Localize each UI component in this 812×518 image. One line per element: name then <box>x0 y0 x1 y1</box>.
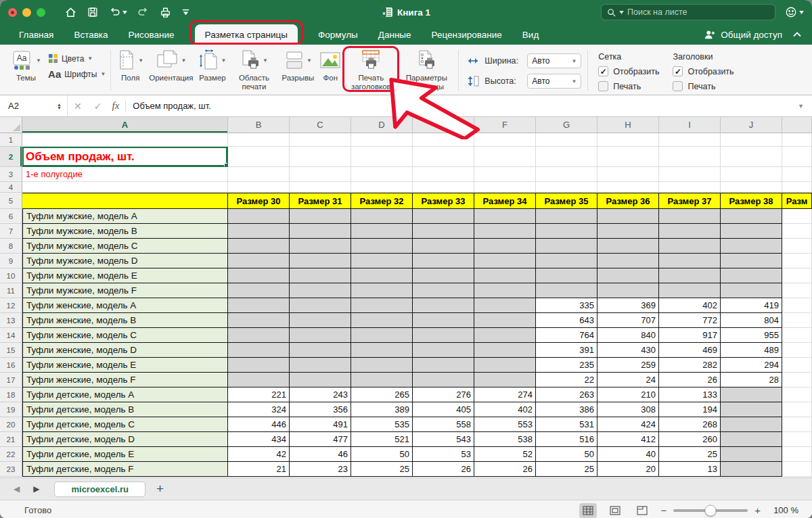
size-header-cell[interactable]: Размер 36 <box>597 193 659 209</box>
data-cell[interactable]: 434 <box>228 432 290 447</box>
data-cell[interactable]: 402 <box>474 402 536 417</box>
column-header-partial[interactable] <box>782 117 812 133</box>
size-header-cell[interactable]: Размер 34 <box>474 193 536 209</box>
data-cell[interactable] <box>413 239 474 254</box>
data-cell[interactable] <box>474 313 536 328</box>
data-cell[interactable]: 28 <box>721 373 782 387</box>
data-cell[interactable] <box>290 283 351 298</box>
data-cell[interactable] <box>290 373 351 387</box>
data-cell[interactable] <box>351 313 413 328</box>
data-cell[interactable] <box>536 268 597 283</box>
cell-J1[interactable] <box>721 133 782 147</box>
size-header-cell[interactable]: Размер 38 <box>721 193 782 209</box>
gridlines-view-checkbox[interactable]: ✓ Отобразить <box>598 66 659 76</box>
data-cell[interactable] <box>597 209 659 224</box>
data-cell[interactable] <box>228 298 290 313</box>
data-cell[interactable]: 25 <box>351 462 413 477</box>
name-box[interactable]: A2 ▲▼ <box>0 95 68 116</box>
cell-J3[interactable] <box>721 167 782 182</box>
data-cell[interactable] <box>536 283 597 298</box>
zoom-out-icon[interactable]: − <box>660 504 667 516</box>
cell-partial-2[interactable] <box>782 147 812 167</box>
cell-A2[interactable]: Объем продаж, шт. <box>22 147 228 167</box>
cell-partial-21[interactable] <box>782 432 812 447</box>
data-cell[interactable]: 235 <box>536 358 597 373</box>
data-cell[interactable]: 389 <box>351 402 413 417</box>
share-button[interactable]: Общий доступ <box>704 24 782 45</box>
data-cell[interactable]: 268 <box>659 417 721 432</box>
background-button[interactable]: Фон <box>319 48 341 83</box>
print-area-button[interactable]: ▼ Область печати <box>231 48 276 91</box>
data-cell[interactable]: 917 <box>659 328 721 343</box>
data-cell[interactable]: 804 <box>721 313 782 328</box>
data-cell[interactable]: 424 <box>597 417 659 432</box>
cell-partial-12[interactable] <box>782 298 812 313</box>
data-cell[interactable]: 21 <box>228 462 290 477</box>
data-cell[interactable] <box>721 209 782 224</box>
cell-partial-18[interactable] <box>782 387 812 402</box>
row-header-5[interactable]: 5 <box>0 193 22 209</box>
data-cell[interactable]: 50 <box>351 447 413 462</box>
data-cell[interactable]: 535 <box>351 417 413 432</box>
row-label-cell-6[interactable]: Туфли мужские, модель A <box>22 209 228 224</box>
cell-I3[interactable] <box>659 167 721 182</box>
data-cell[interactable]: 446 <box>228 417 290 432</box>
row-label-cell-20[interactable]: Туфли детские, модель C <box>22 417 228 432</box>
data-cell[interactable]: 20 <box>597 462 659 477</box>
insert-function-icon[interactable]: fx <box>112 100 119 112</box>
column-header-J[interactable]: J <box>721 117 782 133</box>
data-cell[interactable] <box>474 283 536 298</box>
data-cell[interactable] <box>351 343 413 358</box>
data-cell[interactable] <box>351 224 413 239</box>
cell-partial-3[interactable] <box>782 167 812 182</box>
cell-partial-4[interactable] <box>782 182 812 193</box>
data-cell[interactable]: 243 <box>290 387 351 402</box>
data-cell[interactable] <box>597 268 659 283</box>
data-cell[interactable]: 491 <box>290 417 351 432</box>
cell-I1[interactable] <box>659 133 721 147</box>
data-cell[interactable] <box>721 387 782 402</box>
cell-partial-10[interactable] <box>782 268 812 283</box>
column-header-A[interactable]: A <box>22 117 228 133</box>
data-cell[interactable] <box>413 254 474 268</box>
row-label-cell-17[interactable]: Туфли женские, модель F <box>22 373 228 387</box>
row-header-11[interactable]: 11 <box>0 283 22 298</box>
data-cell[interactable] <box>536 224 597 239</box>
cell-H3[interactable] <box>597 167 659 182</box>
data-cell[interactable] <box>413 313 474 328</box>
data-cell[interactable] <box>536 254 597 268</box>
zoom-level[interactable]: 100 % <box>767 505 798 515</box>
cell-C2[interactable] <box>290 147 351 167</box>
data-cell[interactable]: 26 <box>413 462 474 477</box>
cell-B3[interactable] <box>228 167 290 182</box>
sheet-tab-active[interactable]: microexcel.ru <box>54 481 145 497</box>
data-cell[interactable] <box>413 343 474 358</box>
cell-A4[interactable] <box>22 182 228 193</box>
data-cell[interactable]: 25 <box>536 462 597 477</box>
data-cell[interactable]: 294 <box>721 358 782 373</box>
height-select[interactable]: Авто▼ <box>527 74 581 89</box>
row-header-18[interactable]: 18 <box>0 387 22 402</box>
cell-partial-15[interactable] <box>782 343 812 358</box>
data-cell[interactable] <box>413 298 474 313</box>
data-cell[interactable] <box>290 224 351 239</box>
data-cell[interactable]: 477 <box>290 432 351 447</box>
cell-G1[interactable] <box>536 133 597 147</box>
row-header-8[interactable]: 8 <box>0 239 22 254</box>
cell-B4[interactable] <box>228 182 290 193</box>
data-cell[interactable]: 419 <box>721 298 782 313</box>
data-cell[interactable] <box>290 343 351 358</box>
customize-toolbar-icon[interactable] <box>181 8 190 17</box>
data-cell[interactable]: 391 <box>536 343 597 358</box>
column-header-F[interactable]: F <box>474 117 536 133</box>
tab-razmetka-stranicy[interactable]: Разметка страницы <box>195 24 298 45</box>
cell-G2[interactable] <box>536 147 597 167</box>
data-cell[interactable] <box>351 239 413 254</box>
zoom-window-button[interactable] <box>37 8 45 17</box>
data-cell[interactable] <box>474 373 536 387</box>
cell-A1[interactable] <box>22 133 228 147</box>
data-cell[interactable] <box>228 239 290 254</box>
data-cell[interactable] <box>721 417 782 432</box>
cell-A3[interactable]: 1-е полугодие <box>22 167 228 182</box>
cell-partial-14[interactable] <box>782 328 812 343</box>
